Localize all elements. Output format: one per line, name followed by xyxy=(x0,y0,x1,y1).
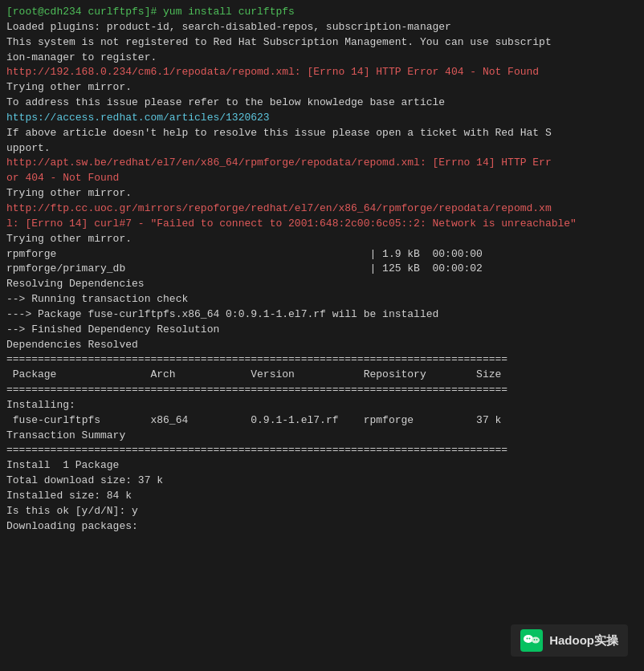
terminal-line: upport. xyxy=(6,141,638,157)
svg-point-6 xyxy=(536,639,538,640)
terminal-line: Trying other mirror. xyxy=(6,232,638,247)
terminal-line: Total download size: 37 k xyxy=(6,474,638,489)
terminal-line: or 404 - Not Found xyxy=(6,171,638,186)
terminal-line: http://192.168.0.234/cm6.1/repodata/repo… xyxy=(6,65,638,80)
svg-point-1 xyxy=(524,635,533,643)
terminal-line: Package Arch Version Repository Size xyxy=(6,368,638,383)
watermark-badge: Hadoop实操 xyxy=(511,624,628,657)
terminal-line: Dependencies Resolved xyxy=(6,338,638,353)
terminal-line: https://access.redhat.com/articles/13206… xyxy=(6,111,638,126)
terminal-line: l: [Errno 14] curl#7 - "Failed to connec… xyxy=(6,217,638,232)
terminal-line: Is this ok [y/d/N]: y xyxy=(6,504,638,519)
terminal-line: fuse-curlftpfs x86_64 0.9.1-1.el7.rf rpm… xyxy=(6,413,638,429)
terminal-line: http://apt.sw.be/redhat/el7/en/x86_64/rp… xyxy=(6,156,638,171)
terminal-line: ---> Package fuse-curlftpfs.x86_64 0:0.9… xyxy=(6,307,638,323)
terminal-line: ========================================… xyxy=(6,443,638,458)
wechat-icon xyxy=(520,629,543,652)
terminal-line: Installed size: 84 k xyxy=(6,489,638,504)
watermark-text: Hadoop实操 xyxy=(549,633,618,649)
terminal-line: Installing: xyxy=(6,398,638,413)
terminal-line: To address this issue please refer to th… xyxy=(6,96,638,111)
svg-point-5 xyxy=(534,639,536,640)
svg-point-2 xyxy=(532,637,540,644)
terminal-line: Transaction Summary xyxy=(6,429,638,444)
terminal-line: ========================================… xyxy=(6,352,638,368)
terminal-window: [root@cdh234 curlftpfs]# yum install cur… xyxy=(0,0,644,671)
svg-point-3 xyxy=(527,638,528,640)
terminal-line: rpmforge/primary_db | 125 kB 00:00:02 xyxy=(6,262,638,277)
terminal-line: Trying other mirror. xyxy=(6,80,638,96)
terminal-line: Trying other mirror. xyxy=(6,186,638,201)
svg-point-4 xyxy=(529,638,531,640)
terminal-line: ========================================… xyxy=(6,383,638,398)
terminal-line: Loaded plugins: product-id, search-disab… xyxy=(6,20,638,35)
terminal-line: ion-manager to register. xyxy=(6,51,638,66)
terminal-line: --> Finished Dependency Resolution xyxy=(6,323,638,338)
terminal-line: Resolving Dependencies xyxy=(6,277,638,292)
terminal-line: This system is not registered to Red Hat… xyxy=(6,35,638,51)
terminal-content: [root@cdh234 curlftpfs]# yum install cur… xyxy=(6,5,638,535)
terminal-line: Downloading packages: xyxy=(6,519,638,535)
terminal-line: Install 1 Package xyxy=(6,458,638,474)
terminal-line: If above article doesn't help to resolve… xyxy=(6,126,638,141)
terminal-line: http://ftp.cc.uoc.gr/mirrors/repoforge/r… xyxy=(6,201,638,217)
terminal-line: [root@cdh234 curlftpfs]# yum install cur… xyxy=(6,5,638,20)
terminal-line: rpmforge | 1.9 kB 00:00:00 xyxy=(6,247,638,262)
terminal-line: --> Running transaction check xyxy=(6,292,638,307)
